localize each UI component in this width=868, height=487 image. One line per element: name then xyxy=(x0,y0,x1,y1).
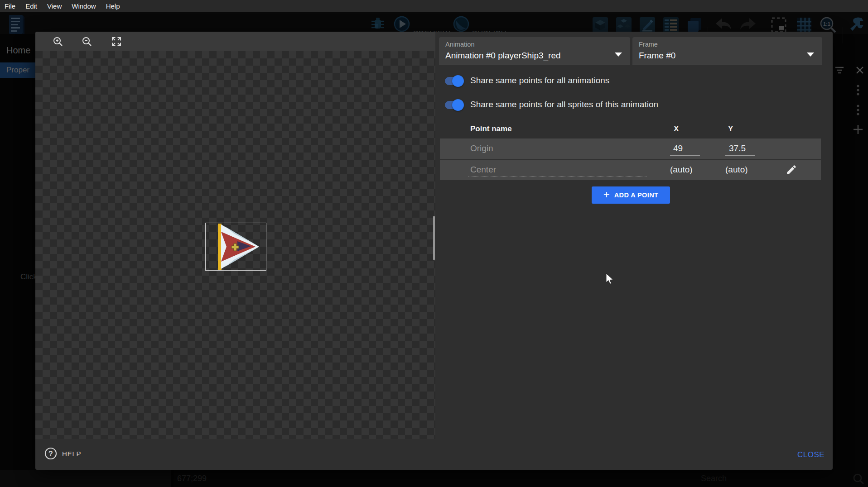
animation-select-value: Animation #0 playerShip3_red xyxy=(445,51,561,61)
frame-select[interactable]: Frame Frame #0 xyxy=(632,37,822,65)
column-header-point-name: Point name xyxy=(470,124,512,134)
point-name-field[interactable]: Center xyxy=(470,165,496,175)
edit-points-dialog: Animation Animation #0 playerShip3_red F… xyxy=(35,32,833,470)
point-name-underline xyxy=(468,176,647,177)
menu-view[interactable]: View xyxy=(47,2,62,10)
add-a-point-label: ADD A POINT xyxy=(614,191,659,199)
table-row-origin[interactable] xyxy=(440,138,821,159)
mouse-cursor xyxy=(605,273,614,286)
toggle-share-all-sprites-label: Share same points for all sprites of thi… xyxy=(470,100,658,110)
menu-help[interactable]: Help xyxy=(106,2,120,10)
column-header-x: X xyxy=(674,124,679,134)
column-header-y: Y xyxy=(728,124,733,134)
toggle-share-all-animations-label: Share same points for all animations xyxy=(470,76,609,86)
point-name-underline xyxy=(468,155,647,155)
zoom-out-icon[interactable] xyxy=(82,36,92,47)
point-y-field[interactable]: 37.5 xyxy=(729,143,746,153)
frame-select-label: Frame xyxy=(639,41,658,48)
point-x-underline xyxy=(670,155,700,156)
point-x-field[interactable]: 49 xyxy=(673,143,683,153)
help-button[interactable]: ? HELP xyxy=(44,447,81,460)
sprite-canvas[interactable] xyxy=(35,51,435,439)
edit-point-icon[interactable] xyxy=(786,164,797,176)
toggle-share-all-sprites-knob[interactable] xyxy=(452,99,464,111)
chevron-down-icon xyxy=(615,53,622,57)
fit-to-screen-icon[interactable] xyxy=(111,36,122,47)
menu-window[interactable]: Window xyxy=(72,2,96,10)
svg-text:?: ? xyxy=(48,450,53,458)
sprite-frame[interactable] xyxy=(205,223,266,271)
animation-select[interactable]: Animation Animation #0 playerShip3_red xyxy=(439,37,630,65)
point-y-underline xyxy=(725,155,755,156)
point-name-field[interactable]: Origin xyxy=(470,143,493,153)
toggle-share-all-animations-knob[interactable] xyxy=(452,75,464,87)
plus-icon: + xyxy=(603,189,610,200)
menu-edit[interactable]: Edit xyxy=(25,2,37,10)
menu-file[interactable]: File xyxy=(5,2,15,10)
player-ship-sprite xyxy=(206,223,266,270)
canvas-toolbar xyxy=(35,32,435,51)
animation-select-label: Animation xyxy=(445,41,474,48)
point-y-field: (auto) xyxy=(725,165,748,175)
table-row-center[interactable] xyxy=(440,160,821,180)
canvas-scrollbar[interactable] xyxy=(433,216,435,260)
add-a-point-button[interactable]: + ADD A POINT xyxy=(592,186,670,204)
close-button[interactable]: CLOSE xyxy=(797,450,825,459)
point-x-field: (auto) xyxy=(670,165,693,175)
help-icon: ? xyxy=(44,447,57,460)
menu-bar: File Edit View Window Help xyxy=(0,0,868,12)
zoom-in-icon[interactable] xyxy=(53,36,63,47)
frame-select-value: Frame #0 xyxy=(639,51,675,61)
chevron-down-icon xyxy=(807,53,814,57)
help-label: HELP xyxy=(62,450,81,458)
